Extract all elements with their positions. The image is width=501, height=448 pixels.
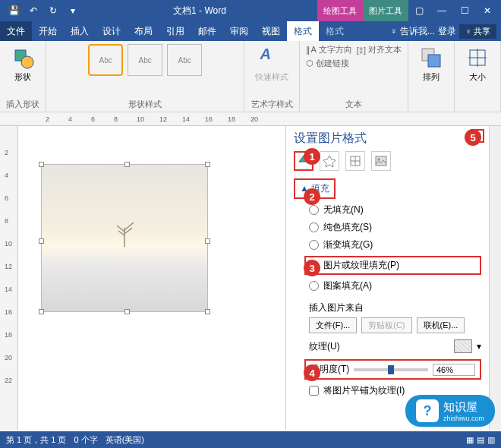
- texture-picker[interactable]: [454, 339, 472, 353]
- watermark-badge: ? 知识屋 zhishiwu.com: [405, 395, 495, 427]
- annotation-marker: 3: [304, 260, 320, 276]
- align-text-button[interactable]: [‡] 对齐文本: [357, 44, 402, 55]
- tab-references[interactable]: 引用: [159, 21, 191, 41]
- tab-home[interactable]: 开始: [32, 21, 64, 41]
- shapes-button[interactable]: 形状: [6, 44, 39, 84]
- size-icon: [465, 46, 490, 70]
- view-web-icon[interactable]: ▥: [487, 435, 495, 445]
- annotation-marker: 5: [465, 129, 481, 146]
- maximize-icon[interactable]: ☐: [454, 2, 475, 19]
- texture-dropdown-icon[interactable]: ▾: [477, 341, 481, 352]
- status-page[interactable]: 第 1 页，共 1 页: [6, 434, 66, 446]
- transparency-slider[interactable]: [354, 368, 428, 371]
- transparency-value[interactable]: [433, 364, 475, 376]
- quick-styles-button[interactable]: A 快速样式: [250, 44, 293, 84]
- arrange-button[interactable]: 排列: [414, 44, 448, 84]
- view-print-icon[interactable]: ▤: [477, 435, 484, 445]
- annotation-marker: 2: [304, 188, 320, 205]
- svg-rect-6: [376, 156, 386, 166]
- fill-picture-radio[interactable]: 图片或纹理填充(P): [304, 256, 481, 275]
- document-area: 24 68 1012 1416 1820 22 设置图片格式 ✕ ▲ 填充 无填…: [0, 126, 501, 430]
- create-link-button[interactable]: ⬡ 创建链接: [306, 58, 351, 69]
- ribbon: 形状 插入形状 Abc Abc Abc 形状样式 A 快速样式 艺术字样式 ‖A…: [0, 41, 501, 112]
- style-preset[interactable]: Abc: [88, 44, 123, 76]
- svg-point-7: [378, 159, 380, 161]
- svg-rect-3: [428, 55, 440, 67]
- annotation-marker: 4: [304, 364, 320, 381]
- tab-format-picture[interactable]: 格式: [319, 21, 351, 41]
- close-icon[interactable]: ✕: [477, 2, 498, 19]
- tree-image-content: [102, 209, 147, 254]
- shapes-icon: [11, 46, 35, 70]
- document-page[interactable]: [18, 126, 285, 430]
- fill-solid-radio[interactable]: 纯色填充(S): [309, 221, 481, 234]
- ribbon-options-icon[interactable]: ▢: [408, 2, 430, 19]
- style-preset[interactable]: Abc: [167, 44, 202, 76]
- document-title: 文档1 - Word: [82, 5, 317, 17]
- online-button[interactable]: 联机(E)...: [417, 317, 465, 333]
- insert-from-label: 插入图片来自: [309, 301, 481, 314]
- context-tabs: 绘图工具 图片工具: [317, 0, 408, 21]
- style-preset[interactable]: Abc: [128, 44, 162, 76]
- view-read-icon[interactable]: ▦: [466, 435, 474, 445]
- picture-icon[interactable]: [371, 151, 391, 171]
- status-bar: 第 1 页，共 1 页 0 个字 英语(美国) ▦ ▤ ▥: [0, 431, 501, 448]
- annotation-marker: 1: [304, 148, 320, 165]
- fill-pattern-radio[interactable]: 图案填充(A): [309, 279, 481, 292]
- pane-scrollbar[interactable]: [489, 126, 501, 430]
- tab-file[interactable]: 文件: [0, 21, 32, 41]
- watermark-icon: ?: [416, 399, 439, 422]
- file-button[interactable]: 文件(F)...: [309, 317, 357, 333]
- fill-gradient-radio[interactable]: 渐变填充(G): [309, 238, 481, 251]
- wordart-icon: A: [260, 46, 284, 70]
- redo-icon[interactable]: ↻: [44, 2, 62, 19]
- size-button[interactable]: 大小: [461, 44, 494, 84]
- tab-layout[interactable]: 布局: [128, 21, 159, 41]
- pane-title: 设置图片格式: [294, 131, 481, 147]
- tab-review[interactable]: 审阅: [223, 21, 255, 41]
- transparency-row: 透明度(T): [304, 359, 481, 380]
- tab-view[interactable]: 视图: [255, 21, 287, 41]
- ribbon-group-text: ‖A 文字方向 [‡] 对齐文本 ⬡ 创建链接 文本: [300, 41, 408, 112]
- save-icon[interactable]: 💾: [5, 2, 23, 19]
- format-picture-pane: 设置图片格式 ✕ ▲ 填充 无填充(N) 纯色填充(S) 渐变填充(G) 图片或…: [285, 126, 489, 430]
- window-controls: ▢ — ☐ ✕: [408, 2, 501, 19]
- quick-access-toolbar: 💾 ↶ ↻ ▾: [0, 2, 82, 19]
- ribbon-group-wordart: A 快速样式 艺术字样式: [244, 41, 300, 112]
- tab-mailings[interactable]: 邮件: [191, 21, 223, 41]
- ribbon-group-styles: Abc Abc Abc 形状样式: [46, 41, 244, 112]
- fill-none-radio[interactable]: 无填充(N): [309, 203, 481, 216]
- tab-insert[interactable]: 插入: [64, 21, 96, 41]
- arrange-icon: [419, 46, 443, 70]
- ruler-vertical[interactable]: 24 68 1012 1416 1820 22: [0, 126, 18, 430]
- tab-design[interactable]: 设计: [96, 21, 128, 41]
- tell-me[interactable]: ♀ 告诉我...: [390, 25, 434, 38]
- effects-icon[interactable]: [320, 151, 339, 171]
- ruler-horizontal[interactable]: 24 68 1012 1416 1820: [0, 112, 501, 126]
- qat-dropdown-icon[interactable]: ▾: [64, 2, 82, 19]
- share-button[interactable]: ♀ 共享: [459, 24, 496, 39]
- layout-icon[interactable]: [345, 151, 365, 171]
- text-direction-button[interactable]: ‖A 文字方向: [306, 44, 351, 55]
- ribbon-group-size: 大小: [455, 41, 501, 112]
- svg-point-1: [21, 56, 33, 68]
- texture-label: 纹理(U): [309, 340, 340, 353]
- undo-icon[interactable]: ↶: [24, 2, 43, 19]
- ribbon-tabs: 文件 开始 插入 设计 布局 引用 邮件 审阅 视图 格式 格式 ♀ 告诉我..…: [0, 21, 501, 41]
- status-language[interactable]: 英语(美国): [106, 434, 144, 446]
- ribbon-group-arrange: 排列: [408, 41, 455, 112]
- minimize-icon[interactable]: —: [431, 2, 452, 19]
- signin[interactable]: 登录: [438, 25, 456, 38]
- context-tab-picture[interactable]: 图片工具: [363, 0, 408, 21]
- ribbon-group-shapes: 形状 插入形状: [0, 41, 46, 112]
- selected-picture[interactable]: [41, 164, 208, 312]
- status-words[interactable]: 0 个字: [74, 434, 97, 446]
- clipboard-button[interactable]: 剪贴板(C): [361, 317, 411, 333]
- context-tab-drawing[interactable]: 绘图工具: [317, 0, 363, 21]
- tab-format-drawing[interactable]: 格式: [287, 21, 319, 41]
- titlebar: 💾 ↶ ↻ ▾ 文档1 - Word 绘图工具 图片工具 ▢ — ☐ ✕: [0, 0, 501, 21]
